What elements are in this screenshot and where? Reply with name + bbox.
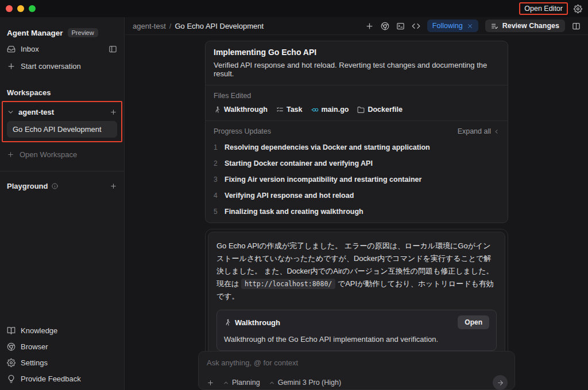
review-list-icon [491,22,498,30]
model-selector[interactable]: Gemini 3 Pro (High) [269,379,341,387]
agent-response-block: Go Echo APIの作成が完了しました。 エラーの原因は、ローカル環境にGo… [205,229,508,362]
walkthrough-icon [214,106,221,114]
playground-label: Playground [7,182,48,190]
chevron-up-icon [223,380,229,386]
mode-label: Planning [232,379,260,387]
file-chip-task[interactable]: Task [276,106,303,114]
file-chip-main-go[interactable]: main.go [311,106,349,114]
arrow-right-icon [497,379,504,387]
conversation-item-selected[interactable]: Go Echo API Development [7,121,117,138]
sidebar-item-knowledge[interactable]: Knowledge [7,322,117,338]
following-badge[interactable]: Following [427,20,478,32]
walkthrough-icon [224,319,231,326]
maximize-window-button[interactable] [29,5,36,12]
sidebar-item-provide-feedback[interactable]: Provide Feedback [7,370,117,387]
breadcrumb-workspace[interactable]: agent-test [133,22,166,30]
file-chip-walkthrough[interactable]: Walkthrough [214,106,268,114]
minimize-window-button[interactable] [17,5,24,12]
walkthrough-card: Walkthrough Open Walkthrough of the Go E… [216,310,497,351]
split-panel-icon[interactable] [572,22,581,30]
progress-text: Finalizing task and creating walkthrough [225,208,363,216]
open-workspace-button[interactable]: Open Workspace [7,146,117,163]
plus-icon [7,151,14,158]
folder-icon [357,106,365,114]
start-conversation-label: Start conversation [21,62,81,71]
close-window-button[interactable] [6,5,13,12]
progress-number: 5 [214,208,219,216]
window-titlebar: Open Editor [0,0,588,17]
sidebar-divider [0,171,124,171]
progress-text: Verifying API response and hot reload [225,192,354,200]
provide-feedback-label: Provide Feedback [21,375,81,383]
new-tab-plus-icon[interactable] [365,22,374,30]
workspace-row-agent-test[interactable]: agent-test [7,104,117,120]
send-button[interactable] [493,375,508,390]
progress-item[interactable]: 2 Starting Docker container and verifyin… [214,159,500,167]
progress-text: Resolving dependencies via Docker and st… [225,143,430,151]
progress-number: 1 [214,143,219,151]
progress-item[interactable]: 4 Verifying API response and hot reload [214,192,500,200]
walkthrough-open-button[interactable]: Open [458,315,489,329]
sidebar-item-settings[interactable]: Settings [7,354,117,370]
message-composer[interactable]: Ask anything, @ for context Planning Gem… [198,351,515,390]
file-chip-label: Task [287,106,303,114]
settings-label: Settings [21,358,48,367]
terminal-icon[interactable] [396,22,405,30]
inbox-icon [7,45,16,53]
workspace-name: agent-test [18,108,54,116]
add-conversation-icon[interactable] [110,108,117,116]
browser-icon [7,342,16,351]
progress-item[interactable]: 5 Finalizing task and creating walkthrou… [214,208,500,216]
file-chip-label: main.go [322,106,349,114]
playground-row[interactable]: Playground [7,179,117,193]
file-chip-dockerfile[interactable]: Dockerfile [357,106,402,114]
progress-item[interactable]: 1 Resolving dependencies via Docker and … [214,143,500,151]
localhost-url-code-chip[interactable]: http://localhost:8080/ [241,279,335,289]
book-icon [7,326,16,335]
code-icon[interactable] [412,22,420,30]
add-playground-icon[interactable] [110,182,117,190]
conversation-content: Implementing Go Echo API Verified API re… [205,41,508,375]
expand-all-button[interactable]: Expand all [458,127,500,135]
chevron-down-icon[interactable] [7,108,14,116]
progress-number: 4 [214,192,219,200]
inbox-label: Inbox [21,45,39,53]
review-changes-button[interactable]: Review Changes [485,20,565,32]
browser-label: Browser [21,342,48,351]
browser-icon[interactable] [381,22,389,30]
progress-number: 3 [214,176,219,184]
attach-plus-icon[interactable] [207,379,214,387]
gear-icon [7,358,16,367]
lightbulb-icon [7,375,16,383]
sidebar-item-browser[interactable]: Browser [7,338,117,354]
traffic-lights [6,5,36,12]
file-chip-label: Dockerfile [368,106,402,114]
breadcrumb: agent-test / Go Echo API Development [133,22,264,30]
walkthrough-description: Walkthrough of the Go Echo API implement… [224,335,489,344]
start-conversation-button[interactable]: Start conversation [7,57,117,75]
knowledge-label: Knowledge [21,326,57,335]
mode-selector[interactable]: Planning [223,379,260,387]
progress-item[interactable]: 3 Fixing Air version incompatibility and… [214,176,500,184]
open-editor-button[interactable]: Open Editor [519,2,568,15]
model-label: Gemini 3 Pro (High) [278,379,341,387]
info-icon [52,183,58,189]
breadcrumb-conversation: Go Echo API Development [175,22,264,30]
following-label: Following [432,22,463,30]
go-icon [311,106,319,114]
progress-text: Fixing Air version incompatibility and r… [225,176,421,184]
chevron-up-icon [269,380,275,386]
task-summary-card: Implementing Go Echo API Verified API re… [205,41,508,223]
progress-updates-label: Progress Updates [214,127,271,135]
task-checklist-icon [276,106,284,114]
task-title: Implementing Go Echo API [214,48,500,57]
settings-gear-icon[interactable] [574,5,582,13]
close-icon[interactable] [467,23,473,29]
composer-input[interactable]: Ask anything, @ for context [207,358,508,367]
toggle-sidebar-icon[interactable] [109,45,117,53]
sidebar-item-inbox[interactable]: Inbox [7,40,117,57]
main-panel: agent-test / Go Echo API Development Fol… [125,17,588,390]
conversation-header: agent-test / Go Echo API Development Fol… [125,17,588,35]
agent-response-text: Go Echo APIの作成が完了しました。 エラーの原因は、ローカル環境にGo… [216,240,497,303]
expand-all-label: Expand all [458,127,491,135]
